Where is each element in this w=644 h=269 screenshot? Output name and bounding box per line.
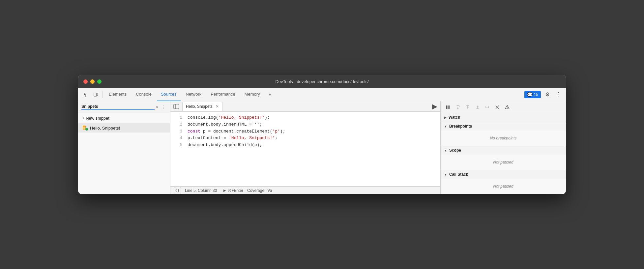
- sidebar-toggle-button[interactable]: [172, 102, 181, 111]
- editor-tab-hello-snippets[interactable]: Hello, Snippets! ✕: [182, 102, 222, 111]
- devtools-window: DevTools - developer.chrome.com/docs/dev…: [78, 75, 566, 194]
- console-badge-button[interactable]: 💬 15: [524, 91, 541, 98]
- scope-chevron-icon: ▼: [444, 149, 447, 152]
- tab-sources[interactable]: Sources: [157, 88, 181, 101]
- pause-button[interactable]: [443, 103, 453, 112]
- snippets-menu-icon[interactable]: ⋮: [160, 104, 167, 110]
- snippets-more-icon[interactable]: »: [155, 104, 160, 110]
- step-out-button[interactable]: [473, 103, 482, 112]
- coverage-text: Coverage: n/a: [247, 188, 272, 193]
- line-number: 5: [173, 142, 182, 148]
- svg-rect-1: [97, 94, 98, 96]
- more-tabs-icon[interactable]: »: [265, 90, 275, 99]
- code-line-5: 5 document.body.appendChild(p);: [170, 142, 440, 149]
- step-into-button[interactable]: [463, 103, 472, 112]
- svg-rect-10: [449, 105, 450, 109]
- breakpoints-section: ▼ Breakpoints No breakpoints: [441, 122, 566, 146]
- code-line-2: 2 document.body.innerHTML = '';: [170, 121, 440, 128]
- cursor-icon[interactable]: [81, 90, 90, 99]
- new-snippet-button[interactable]: + New snippet: [78, 113, 170, 123]
- tab-elements[interactable]: Elements: [105, 88, 131, 101]
- breakpoints-empty-text: No breakpoints: [445, 133, 562, 143]
- svg-point-27: [507, 108, 508, 108]
- step-button[interactable]: [483, 103, 492, 112]
- code-line-4: 4 p.textContent = 'Hello, Snippets!';: [170, 135, 440, 142]
- svg-rect-9: [446, 105, 448, 109]
- call-stack-empty-text: Not paused: [445, 181, 562, 191]
- close-button[interactable]: [83, 79, 88, 84]
- svg-marker-18: [477, 105, 479, 107]
- right-panel: ▶ Watch ▼ Breakpoints No breakpoints: [441, 101, 566, 194]
- watch-chevron-icon: ▶: [444, 116, 447, 119]
- breakpoints-section-header[interactable]: ▼ Breakpoints: [441, 122, 566, 131]
- code-line-3: 3 const p = document.createElement('p');: [170, 128, 440, 135]
- call-stack-chevron-icon: ▼: [444, 173, 447, 176]
- editor-tab-label: Hello, Snippets!: [186, 104, 214, 109]
- minimize-button[interactable]: [90, 79, 95, 84]
- deactivate-breakpoints-button[interactable]: [493, 103, 502, 112]
- status-bar: {} Line 5, Column 30 ▶ ⌘+Enter Coverage:…: [170, 186, 440, 194]
- watch-section-title: Watch: [449, 115, 460, 120]
- toolbar-divider: [102, 91, 103, 98]
- snippets-panel-title: Snippets: [81, 104, 155, 110]
- breakpoints-section-title: Breakpoints: [449, 124, 472, 129]
- snippet-active-dot: [85, 128, 88, 131]
- scope-section: ▼ Scope Not paused: [441, 146, 566, 170]
- code-editor[interactable]: 1 console.log('Hello, Snippets!'); 2 doc…: [170, 112, 440, 186]
- svg-marker-21: [488, 106, 489, 108]
- watch-section: ▶ Watch: [441, 113, 566, 122]
- line-number: 4: [173, 135, 182, 141]
- line-number: 2: [173, 122, 182, 128]
- code-line-1: 1 console.log('Hello, Snippets!');: [170, 114, 440, 121]
- title-bar: DevTools - developer.chrome.com/docs/dev…: [78, 75, 566, 88]
- breakpoints-chevron-icon: ▼: [444, 125, 447, 128]
- snippet-item[interactable]: Hello, Snippets!: [78, 123, 170, 133]
- traffic-lights: [83, 79, 102, 84]
- scope-section-title: Scope: [449, 148, 461, 153]
- pause-on-exceptions-button[interactable]: [503, 103, 512, 112]
- new-snippet-label: + New snippet: [82, 116, 109, 121]
- debug-toolbar: [441, 101, 566, 113]
- line-number: 3: [173, 129, 182, 135]
- call-stack-content: Not paused: [441, 179, 566, 194]
- scope-content: Not paused: [441, 155, 566, 170]
- svg-rect-7: [174, 104, 179, 109]
- call-stack-section-header[interactable]: ▼ Call Stack: [441, 170, 566, 179]
- call-stack-section-title: Call Stack: [449, 172, 468, 177]
- tab-memory[interactable]: Memory: [241, 88, 264, 101]
- run-shortcut-play-icon: ▶: [223, 189, 226, 192]
- device-toggle-icon[interactable]: [91, 90, 101, 99]
- svg-marker-15: [467, 107, 469, 109]
- run-shortcut-area: ▶ ⌘+Enter: [223, 188, 243, 193]
- cursor-position: Line 5, Column 30: [185, 188, 217, 193]
- watch-section-header[interactable]: ▶ Watch: [441, 113, 566, 122]
- tab-network[interactable]: Network: [182, 88, 206, 101]
- main-content: Snippets » ⋮ + New snippet: [78, 101, 566, 194]
- snippet-name: Hello, Snippets!: [90, 126, 120, 131]
- tab-console[interactable]: Console: [132, 88, 156, 101]
- svg-marker-13: [457, 108, 459, 109]
- devtools-body: Elements Console Sources Network Perform…: [78, 88, 566, 194]
- line-number: 1: [173, 115, 182, 121]
- tab-performance[interactable]: Performance: [207, 88, 239, 101]
- center-panel: Hello, Snippets! ✕ ▶ 1 console.log('Hell…: [170, 101, 441, 194]
- toolbar-right: 💬 15 ⚙ ⋮: [524, 90, 563, 99]
- more-options-icon[interactable]: ⋮: [554, 90, 563, 99]
- svg-rect-0: [94, 93, 97, 96]
- breakpoints-content: No breakpoints: [441, 131, 566, 146]
- chat-icon: 💬: [527, 92, 533, 97]
- editor-tab-close-icon[interactable]: ✕: [216, 105, 219, 108]
- format-button[interactable]: {}: [174, 187, 181, 194]
- step-over-button[interactable]: [453, 103, 462, 112]
- scope-empty-text: Not paused: [445, 157, 562, 167]
- settings-icon[interactable]: ⚙: [543, 90, 552, 99]
- scope-section-header[interactable]: ▼ Scope: [441, 146, 566, 155]
- svg-marker-11: [459, 105, 460, 107]
- window-title: DevTools - developer.chrome.com/docs/dev…: [83, 79, 561, 84]
- editor-tabs: Hello, Snippets! ✕ ▶: [170, 101, 440, 112]
- run-button[interactable]: ▶: [430, 102, 439, 111]
- top-toolbar: Elements Console Sources Network Perform…: [78, 88, 566, 101]
- maximize-button[interactable]: [97, 79, 102, 84]
- left-panel: Snippets » ⋮ + New snippet: [78, 101, 170, 194]
- call-stack-section: ▼ Call Stack Not paused: [441, 170, 566, 194]
